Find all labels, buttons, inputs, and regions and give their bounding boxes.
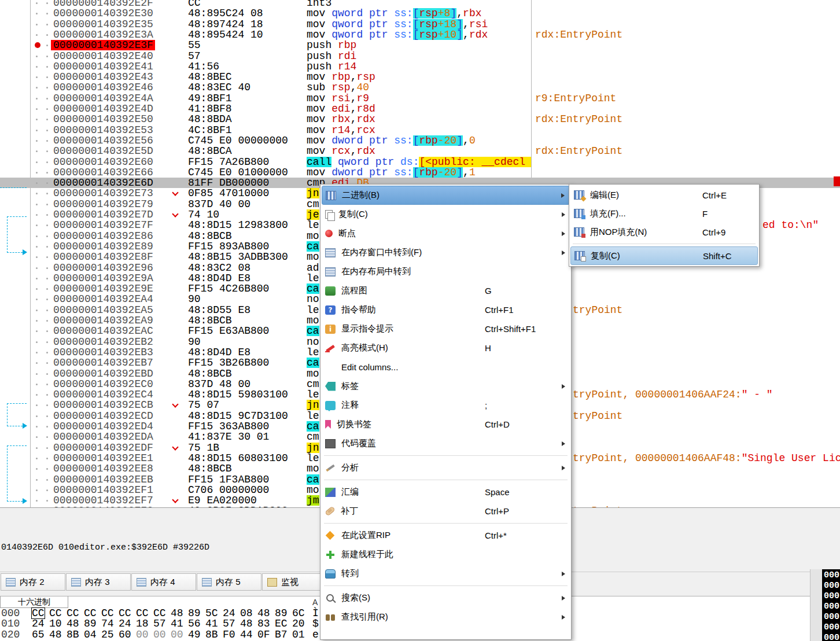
gutter-dot[interactable]	[36, 224, 38, 226]
gutter-dot[interactable]	[46, 404, 48, 406]
hex-byte[interactable]: 00	[153, 629, 166, 640]
hex-byte[interactable]: 89	[84, 618, 97, 629]
tab-watch[interactable]: 监视	[262, 573, 327, 591]
gutter-dot[interactable]	[46, 362, 48, 364]
hex-byte[interactable]: CC	[32, 608, 45, 618]
gutter-dot[interactable]	[36, 193, 38, 194]
menu-item[interactable]: 新建线程于此	[322, 545, 570, 564]
disasm-row[interactable]: 0000000140392E4348:8BECmov rbp,rsp	[0, 72, 840, 82]
hex-byte[interactable]: 04	[84, 629, 97, 640]
gutter-dot[interactable]	[46, 2, 48, 4]
gutter-dot[interactable]	[36, 330, 38, 332]
gutter-dot[interactable]	[36, 479, 38, 481]
hex-byte[interactable]: CC	[84, 608, 97, 618]
gutter-dot[interactable]	[36, 246, 38, 248]
gutter-dot[interactable]	[36, 500, 38, 502]
hex-byte[interactable]: 24	[119, 618, 131, 629]
gutter-dot[interactable]	[46, 330, 48, 332]
menu-item[interactable]: 转到	[322, 564, 570, 583]
menu-item[interactable]: 在此设置RIPCtrl+*	[322, 526, 570, 545]
hex-byte[interactable]: 24	[32, 618, 45, 629]
menu-item[interactable]: 汇编Space	[322, 482, 570, 502]
disasm-row[interactable]: 0000000140392E4A49:8BF1mov rsi,r9r9:Entr…	[0, 93, 840, 104]
hex-byte[interactable]: 20	[292, 618, 305, 629]
hex-byte[interactable]: 41	[205, 618, 218, 629]
gutter-dot[interactable]	[36, 66, 38, 68]
gutter-dot[interactable]	[46, 182, 48, 184]
gutter-dot[interactable]	[46, 394, 48, 396]
hex-byte[interactable]: CC	[136, 608, 149, 618]
hex-byte[interactable]: EC	[275, 618, 288, 629]
disasm-row[interactable]: 0000000140392E56C745 E0 00000000mov dwor…	[0, 135, 840, 146]
gutter-dot[interactable]	[36, 34, 38, 36]
gutter-dot[interactable]	[46, 34, 48, 36]
hex-byte[interactable]: CC	[101, 608, 114, 618]
gutter-dot[interactable]	[36, 214, 38, 216]
gutter-dot[interactable]	[36, 108, 38, 110]
disasm-row[interactable]: 0000000140392E3048:895C24 08mov qword pt…	[0, 8, 840, 19]
gutter-dot[interactable]	[36, 98, 38, 100]
menu-item[interactable]: 高亮模式(H)H	[322, 338, 570, 358]
gutter-dot[interactable]	[46, 256, 48, 258]
gutter-dot[interactable]	[36, 458, 38, 459]
disasm-row[interactable]: 0000000140392E2FCCint3	[0, 0, 840, 8]
hex-byte[interactable]: 24	[223, 608, 235, 618]
tab-memory-4[interactable]: 内存 4	[131, 573, 196, 591]
menu-item[interactable]: 断点	[322, 224, 570, 243]
hex-view-tab[interactable]: 十六进制	[0, 596, 68, 608]
gutter-dot[interactable]	[46, 235, 48, 237]
menu-item[interactable]: 指令帮助Ctrl+F1	[322, 300, 570, 319]
disasm-row[interactable]: 0000000140392E3A48:895424 10mov qword pt…	[0, 30, 840, 40]
hex-byte[interactable]: 48	[49, 629, 62, 640]
hex-byte[interactable]: CC	[153, 608, 166, 618]
hex-byte[interactable]: CC	[67, 608, 79, 618]
menu-item[interactable]: 切换书签Ctrl+D	[322, 415, 570, 434]
gutter-dot[interactable]	[36, 235, 38, 237]
gutter-dot[interactable]	[36, 278, 38, 279]
hex-byte[interactable]: B7	[275, 629, 288, 640]
gutter-dot[interactable]	[36, 204, 38, 205]
menu-item[interactable]: 复制(C)	[322, 205, 570, 224]
gutter-dot[interactable]	[46, 288, 48, 290]
gutter-dot[interactable]	[46, 468, 48, 470]
breakpoint-dot-icon[interactable]	[35, 42, 40, 48]
disasm-row[interactable]: 0000000140392E3F55push rbp	[0, 40, 840, 50]
disasm-row[interactable]: 0000000140392E4057push rdi	[0, 51, 840, 61]
disasm-row[interactable]: 0000000140392E60FF15 7A26B800call qword …	[0, 157, 840, 167]
menu-item[interactable]: 补丁Ctrl+P	[322, 502, 570, 521]
gutter-dot[interactable]	[46, 352, 48, 353]
hex-byte[interactable]: CC	[119, 608, 131, 618]
gutter-dot[interactable]	[46, 489, 48, 491]
gutter-dot[interactable]	[36, 310, 38, 311]
hex-byte[interactable]: 8B	[67, 629, 79, 640]
hex-byte[interactable]: 83	[257, 618, 270, 629]
menu-item[interactable]: 搜索(S)	[322, 588, 570, 607]
gutter-dot[interactable]	[46, 172, 48, 174]
menu-item[interactable]: 用NOP填充(N)Ctrl+9	[570, 223, 758, 241]
gutter-dot[interactable]	[46, 447, 48, 449]
menu-item[interactable]: 查找引用(R)	[322, 607, 570, 627]
gutter-dot[interactable]	[36, 150, 38, 152]
gutter-dot[interactable]	[36, 256, 38, 258]
gutter-dot[interactable]	[36, 352, 38, 353]
gutter-dot[interactable]	[46, 150, 48, 152]
hex-byte[interactable]: 60	[119, 629, 131, 640]
gutter-dot[interactable]	[36, 384, 38, 385]
gutter-dot[interactable]	[46, 384, 48, 385]
menu-item[interactable]: 在内存布局中转到	[322, 262, 570, 281]
hex-byte[interactable]: 41	[171, 618, 183, 629]
hex-byte[interactable]: 8B	[205, 629, 218, 640]
gutter-dot[interactable]	[46, 130, 48, 131]
gutter-dot[interactable]	[36, 341, 38, 343]
gutter-dot[interactable]	[46, 76, 48, 78]
gutter-dot[interactable]	[46, 24, 48, 25]
menu-item[interactable]: 注释;	[322, 396, 570, 415]
gutter-dot[interactable]	[36, 394, 38, 396]
gutter-dot[interactable]	[46, 204, 48, 205]
menu-item[interactable]: 编辑(E)Ctrl+E	[570, 186, 758, 204]
disasm-row[interactable]: 0000000140392E4648:83EC 40sub rsp,40	[0, 82, 840, 93]
disasm-row[interactable]: 0000000140392E4D41:8BF8mov edi,r8d	[0, 104, 840, 114]
gutter-dot[interactable]	[36, 87, 38, 89]
gutter-dot[interactable]	[46, 45, 48, 46]
hex-byte[interactable]: 01	[292, 629, 305, 640]
